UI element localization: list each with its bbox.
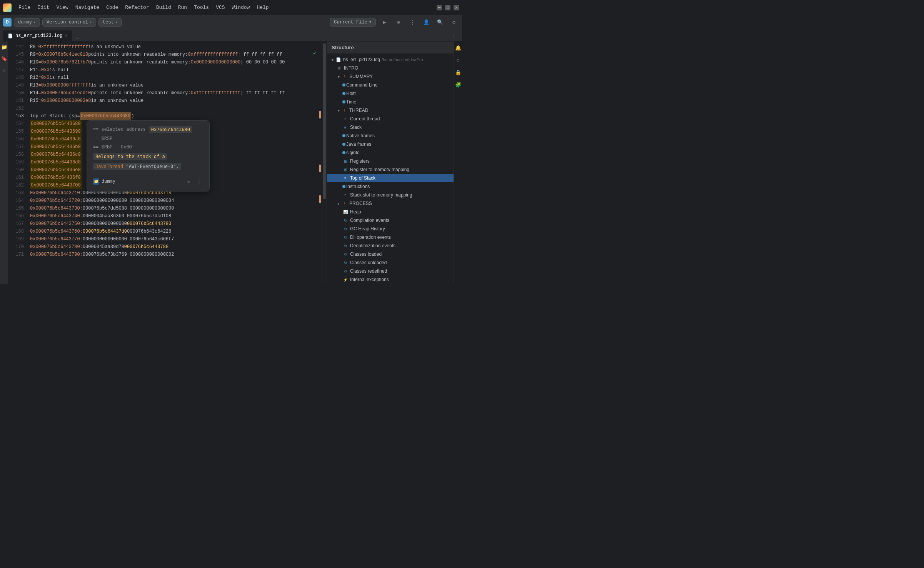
lock-right-icon[interactable]: 🔒	[455, 69, 462, 76]
tree-filepath: /home/maxim/IdeaPro	[382, 57, 423, 62]
tab-bar: 📄 hs_err_pid123.log × ⋯ ⋮	[0, 29, 462, 42]
popup-selected-label: == selected address	[93, 127, 146, 132]
account-button[interactable]: 👤	[421, 17, 431, 27]
editor-settings-button[interactable]: ⋮	[449, 31, 459, 41]
tree-item-process[interactable]: ▸ ! PROCESS	[327, 199, 454, 208]
tree-item-java-frames[interactable]: Java frames	[327, 140, 454, 148]
menu-run[interactable]: Run	[175, 3, 190, 12]
tree-label-summary: SUMMARY	[349, 74, 373, 79]
menu-edit[interactable]: Edit	[34, 3, 52, 12]
branch-selector[interactable]: test ▾	[98, 18, 122, 27]
process-icon: !	[342, 200, 348, 207]
tree-filename: hs_err_pid123.log	[343, 57, 380, 62]
menu-view[interactable]: View	[53, 3, 71, 12]
address-popup: == selected address 0x76b5c6443680 == $R…	[87, 120, 210, 192]
tab-close-icon[interactable]: ×	[65, 33, 67, 38]
menu-file[interactable]: File	[15, 3, 33, 12]
run-button[interactable]: ▶	[380, 17, 390, 27]
popup-edit-button[interactable]: ✏️	[185, 177, 193, 186]
tree-label-stack-slot: Stack slot to memory mapping	[350, 192, 412, 198]
tree-item-stack-slot[interactable]: ≡ Stack slot to memory mapping	[327, 191, 454, 199]
tree-item-register-memory[interactable]: ⊞ Register to memory mapping	[327, 165, 454, 174]
tree-item-dll-events[interactable]: ↻ Dll operation events	[327, 233, 454, 242]
file-icon: 📄	[335, 57, 342, 63]
chart-icon-heap: 📊	[342, 209, 349, 215]
tab-hs-err-pid123[interactable]: 📄 hs_err_pid123.log ×	[3, 30, 72, 41]
settings-right-icon[interactable]: ⚙	[455, 57, 462, 64]
settings-button[interactable]: ⚙	[449, 17, 459, 27]
project-selector[interactable]: dummy ▾	[14, 18, 40, 27]
tree-item-internal-exceptions[interactable]: ⚡ Internal exceptions	[327, 275, 454, 284]
tree-label-deopt-events: Deoptimization events	[350, 243, 395, 248]
code-line-146: R10=0x000076b578217b70 points into unkno…	[30, 58, 319, 66]
popup-more-button[interactable]: ⋮	[195, 177, 203, 186]
scroll-marker-orange-1	[319, 111, 321, 118]
notifications-right-icon[interactable]: 🔔	[455, 45, 462, 52]
tree-item-classes-redefined[interactable]: ↻ Classes redefined	[327, 267, 454, 275]
code-line-145: R9 =0x000076b5c41ec010 points into unkno…	[30, 51, 319, 58]
tree-item-top-of-stack[interactable]: ≡ Top of Stack	[327, 174, 454, 182]
loop-icon-deopt: ↻	[342, 243, 349, 249]
maximize-button[interactable]: ☐	[445, 5, 450, 10]
tree-file-root[interactable]: ▾ 📄 hs_err_pid123.log /home/maxim/IdeaPr…	[327, 55, 454, 64]
debug-button[interactable]: ⚙	[394, 17, 404, 27]
structure-icon[interactable]: ⊞	[1, 67, 8, 74]
tab-more-button[interactable]: ⋯	[76, 35, 79, 41]
tree-item-time[interactable]: Time	[327, 98, 454, 106]
more-actions-button[interactable]: ⋮	[407, 17, 417, 27]
menu-refactor[interactable]: Refactor	[122, 3, 152, 12]
folder-tree-icon[interactable]: 📁	[1, 44, 8, 51]
run-config-selector[interactable]: Current File ▾	[330, 18, 376, 27]
popup-rbp: == $RBP - 0x60	[93, 145, 203, 150]
menu-code[interactable]: Code	[103, 3, 121, 12]
tree-item-native-frames[interactable]: Native frames	[327, 132, 454, 140]
tree-label-thread: THREAD	[349, 108, 368, 113]
plugin-right-icon[interactable]: 🧩	[455, 82, 462, 88]
menu-tools[interactable]: Tools	[191, 3, 212, 12]
tree-item-stack[interactable]: ≡ Stack	[327, 123, 454, 132]
scroll-marker-orange-2	[319, 165, 321, 172]
tree-item-classes-loaded[interactable]: ↻ Classes loaded	[327, 250, 454, 258]
tree-item-registers[interactable]: ⊞ Registers	[327, 157, 454, 165]
error-icon-exceptions: ⚡	[342, 277, 349, 283]
tree-label-native-frames: Native frames	[346, 133, 375, 138]
code-line-166: 0x000076b5c6443740: 00000045aa863b0 0000…	[30, 212, 319, 220]
tree-item-gc-heap[interactable]: ↻ GC Heap History	[327, 225, 454, 233]
bullet-icon-java-frames	[342, 143, 345, 146]
bullet-icon-native-frames	[342, 134, 345, 137]
menu-help[interactable]: Help	[254, 3, 272, 12]
tree-item-deopt-events[interactable]: ↻ Deoptimization events	[327, 242, 454, 250]
close-button[interactable]: ✕	[454, 5, 459, 10]
menu-vcs[interactable]: VCS	[213, 3, 228, 12]
minimize-button[interactable]: ─	[437, 5, 442, 10]
tree-item-intro[interactable]: # INTRO	[327, 64, 454, 72]
bookmarks-icon[interactable]: 🔖	[1, 55, 8, 62]
popup-project-info: 📁 dummy	[93, 178, 115, 185]
tree-item-summary[interactable]: ▾ ! SUMMARY	[327, 72, 454, 81]
tree-item-heap[interactable]: 📊 Heap	[327, 208, 454, 216]
tree-item-instructions[interactable]: Instructions	[327, 182, 454, 191]
tree-label-time: Time	[346, 99, 356, 105]
tree-item-command-line[interactable]: Command Line	[327, 81, 454, 89]
tree-item-siginfo[interactable]: siginfo	[327, 148, 454, 157]
tree-item-thread[interactable]: ▾ ! THREAD	[327, 106, 454, 115]
thread-chevron-icon: ▾	[336, 108, 341, 113]
vcs-selector[interactable]: Version control ▾	[42, 18, 96, 27]
search-button[interactable]: 🔍	[435, 17, 445, 27]
popup-javathread: JavaThread "AWT-EventQueue-0".	[93, 163, 181, 170]
menu-window[interactable]: Window	[229, 3, 253, 12]
menu-build[interactable]: Build	[153, 3, 174, 12]
scroll-bar[interactable]	[322, 42, 327, 284]
tree-label-host: Host	[346, 91, 356, 96]
scroll-thumb[interactable]	[323, 43, 326, 199]
loop-icon-classes-unloaded: ↻	[342, 260, 349, 266]
tree-label-command-line: Command Line	[346, 82, 377, 88]
tree-item-compilation-events[interactable]: ↻ Compilation events	[327, 216, 454, 225]
menu-navigate[interactable]: Navigate	[72, 3, 102, 12]
tree-item-classes-unloaded[interactable]: ↻ Classes unloaded	[327, 258, 454, 267]
tree-item-host[interactable]: Host	[327, 89, 454, 98]
code-content: R8 =0xffffffffffffffff is an unknown val…	[27, 42, 322, 284]
code-line-150: R14=0x000076b5c41ec010 points into unkno…	[30, 89, 319, 97]
tree-item-current-thread[interactable]: ≡ Current thread	[327, 115, 454, 123]
code-line-167: 0x000076b5c6443750: 0000000000000000 000…	[30, 220, 319, 228]
